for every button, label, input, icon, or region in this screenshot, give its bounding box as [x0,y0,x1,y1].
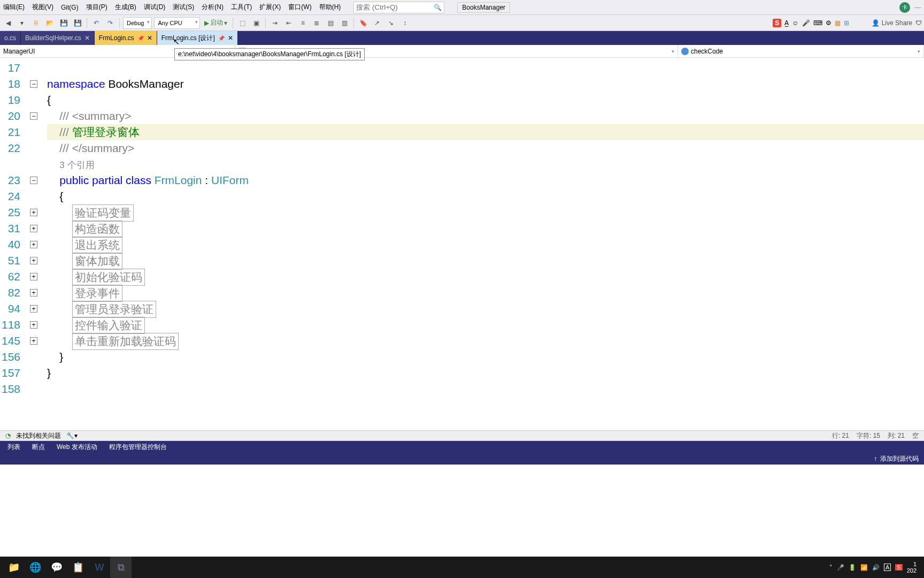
grid-icon[interactable]: ▦ [835,19,841,27]
search-box[interactable]: 🔍 [353,2,444,13]
tab-breakpoints[interactable]: 断点 [27,442,50,453]
live-share-button[interactable]: 👤 Live Share [872,19,912,27]
volume-icon[interactable]: 🔊 [872,564,880,571]
wechat-icon[interactable]: 💬 [46,557,67,578]
file-explorer-icon[interactable]: 📁 [3,557,25,578]
fold-toggle[interactable]: − [30,177,37,184]
battery-icon[interactable]: 🔋 [849,564,856,571]
user-avatar[interactable]: 卡 [899,2,910,13]
undo-icon[interactable]: ↶ [90,17,102,29]
tool-icon-1[interactable]: ⬚ [236,17,248,29]
tool-icon-2[interactable]: ▣ [250,17,262,29]
minimize-icon[interactable]: — [914,4,921,11]
region-input-validate[interactable]: 控件输入验证 [72,317,145,334]
menu-help[interactable]: 帮助(H) [319,3,341,12]
region-init-captcha[interactable]: 初始化验证码 [72,269,145,286]
tray-date[interactable]: 202 [907,567,917,574]
new-icon[interactable]: ⎘ [30,17,42,29]
search-input[interactable] [356,3,431,11]
code-area[interactable]: namespace BooksManager { /// <summary> /… [47,58,924,430]
tray-up-icon[interactable]: ˄ [829,564,833,571]
network-icon[interactable]: 📶 [860,564,868,571]
forward-icon[interactable]: ▾ [16,17,28,29]
mic-icon[interactable]: 🎤 [802,19,810,27]
fold-expand[interactable]: + [30,305,37,313]
close-icon[interactable]: ✕ [228,34,233,42]
bookmark-icon[interactable]: 🔖 [357,17,369,29]
uncomment-icon[interactable]: ▥ [338,17,350,29]
fold-expand[interactable]: + [30,337,37,345]
tray-time[interactable]: 1 [907,561,917,567]
fold-expand[interactable]: + [30,241,37,248]
apps-icon[interactable]: ⊞ [844,19,849,27]
fold-expand[interactable]: + [30,289,37,296]
redo-icon[interactable]: ↷ [104,17,116,29]
region-form-load[interactable]: 窗体加载 [72,253,122,270]
menu-debug[interactable]: 调试(D) [144,3,166,12]
region-constructor[interactable]: 构造函数 [72,220,122,238]
ime-tool-icon[interactable]: A̲ [784,19,789,27]
health-icon[interactable]: ◔ [5,432,11,439]
close-icon[interactable]: ✕ [147,34,152,42]
comment-icon[interactable]: ▤ [325,17,336,29]
keyboard-icon[interactable]: ⌨ [813,19,822,27]
nav-icon-1[interactable]: ↗ [371,17,383,29]
add-source-label[interactable]: 添加到源代码 [880,454,919,463]
menu-window[interactable]: 窗口(W) [288,3,311,12]
search-icon[interactable]: 🔍 [434,4,442,11]
format-icon-2[interactable]: ≣ [311,17,322,29]
start-button[interactable]: ▶ 启动 ▾ [202,17,229,29]
tab-web-publish[interactable]: Web 发布活动 [51,442,103,453]
fold-expand[interactable]: + [30,321,37,329]
nav-icon-3[interactable]: ↕ [399,17,411,29]
tab-ocs[interactable]: o.cs [0,31,21,45]
tab-list[interactable]: 列表 [2,442,26,453]
back-icon[interactable]: ◀ [2,17,14,29]
open-icon[interactable]: 📂 [44,17,56,29]
solution-name[interactable]: BooksManager [457,2,510,13]
region-admin-auth[interactable]: 管理员登录验证 [72,301,156,318]
menu-build[interactable]: 生成(B) [115,3,136,12]
menu-test[interactable]: 测试(S) [173,3,194,12]
gear-icon[interactable]: ⚙ [826,19,831,27]
save-all-icon[interactable]: 💾 [72,17,83,29]
fold-toggle[interactable]: − [30,80,37,88]
config-dropdown[interactable]: Debug [123,17,152,29]
indent-icon[interactable]: ⇥ [269,17,281,29]
mic-tray-icon[interactable]: 🎤 [837,564,844,571]
tab-package-manager[interactable]: 程序包管理器控制台 [104,442,172,453]
format-icon-1[interactable]: ≡ [297,17,309,29]
menu-extensions[interactable]: 扩展(X) [259,3,281,12]
menu-edit[interactable]: 编辑(E) [3,3,25,12]
tab-buildersqlhelper[interactable]: BuilderSqlHelper.cs ✕ [21,31,95,45]
menu-analyze[interactable]: 分析(N) [202,3,224,12]
menu-git[interactable]: Git(G) [61,4,79,11]
references-link[interactable]: 3 个引用 [59,160,94,170]
code-editor[interactable]: 171819 202122 2324 253140 516282 9411814… [0,58,924,430]
fold-expand[interactable]: + [30,225,37,232]
browser-icon[interactable]: 🌐 [25,557,46,578]
pin-icon[interactable]: 📌 [137,35,144,41]
outdent-icon[interactable]: ⇤ [283,17,295,29]
emoji-icon[interactable]: ☺ [792,19,798,27]
menu-view[interactable]: 视图(V) [32,3,53,12]
platform-dropdown[interactable]: Any CPU [154,17,200,29]
ime-indicator[interactable]: A [884,564,891,571]
save-icon[interactable]: 💾 [58,17,70,29]
region-captcha-var[interactable]: 验证码变量 [72,204,134,222]
sogou-tray-icon[interactable]: S [895,564,902,571]
word-icon[interactable]: W [89,557,110,578]
sogou-ime-icon[interactable]: S [773,19,781,27]
tab-frmlogin[interactable]: FrmLogin.cs 📌 ✕ [95,31,157,45]
admin-icon[interactable]: 🛡 [915,19,922,27]
close-icon[interactable]: ✕ [84,34,90,42]
nav-member[interactable]: checkCode [678,45,924,57]
nav-icon-2[interactable]: ↘ [385,17,397,29]
upload-icon[interactable]: ↑ [874,455,877,462]
menu-tools[interactable]: 工具(T) [231,3,252,12]
fold-expand[interactable]: + [30,257,37,264]
region-exit[interactable]: 退出系统 [72,237,122,254]
fold-toggle[interactable]: − [30,112,37,120]
fold-expand[interactable]: + [30,273,37,280]
fold-expand[interactable]: + [30,209,37,216]
